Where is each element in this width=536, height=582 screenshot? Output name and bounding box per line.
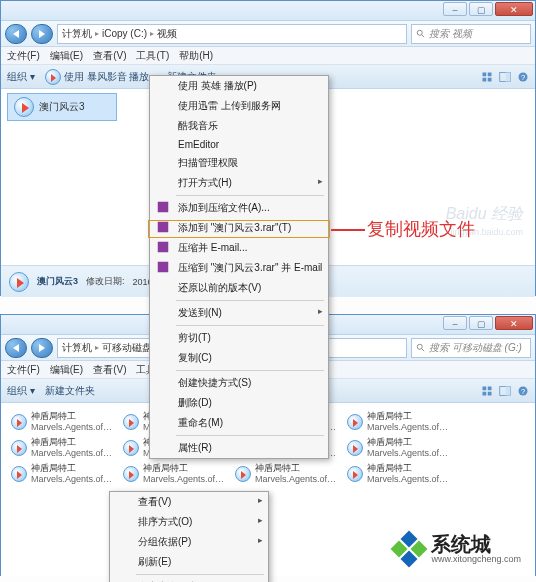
svg-rect-16 xyxy=(483,386,487,390)
minimize-button[interactable]: – xyxy=(443,2,467,16)
breadcrumb[interactable]: 计算机▸ iCopy (C:)▸ 视频 xyxy=(57,24,407,44)
crumb[interactable]: iCopy (C:) xyxy=(102,25,147,43)
search-input[interactable]: 搜索 可移动磁盘 (G:) xyxy=(411,338,531,358)
ctx-sendto[interactable]: 发送到(N) xyxy=(150,303,328,323)
menu-view[interactable]: 查看(V) xyxy=(93,363,126,377)
forward-button[interactable] xyxy=(31,24,53,44)
separator xyxy=(176,300,324,301)
separator xyxy=(176,435,324,436)
ctx-custom[interactable]: 自定义文件夹(F)... xyxy=(110,577,268,582)
rar-icon xyxy=(156,240,170,254)
organize-button[interactable]: 组织 ▾ xyxy=(7,384,35,398)
ctx-cut[interactable]: 剪切(T) xyxy=(150,328,328,348)
file-item[interactable]: 神盾局特工Marvels.Agents.of.S.H.I.E.L.D.S... xyxy=(11,411,113,433)
help-icon[interactable]: ? xyxy=(517,385,529,397)
file-item[interactable]: 神盾局特工Marvels.Agents.of.S.H.I.E.L.D.S... xyxy=(11,463,113,485)
crumb[interactable]: 计算机 xyxy=(62,25,92,43)
ctx-openwith[interactable]: 打开方式(H) xyxy=(150,173,328,193)
video-file-icon xyxy=(11,440,27,456)
details-name: 澳门风云3 xyxy=(37,275,78,288)
menu-edit[interactable]: 编辑(E) xyxy=(50,49,83,63)
video-file-icon xyxy=(347,466,363,482)
menu-help[interactable]: 帮助(H) xyxy=(179,49,213,63)
ctx-delete[interactable]: 删除(D) xyxy=(150,393,328,413)
view-icon[interactable] xyxy=(481,385,493,397)
maximize-button[interactable]: ▢ xyxy=(469,316,493,330)
file-title: 神盾局特工 xyxy=(255,463,337,474)
ctx-sort[interactable]: 排序方式(O) xyxy=(110,512,268,532)
ctx-play[interactable]: 使用 英雄 播放(P) xyxy=(150,76,328,96)
menu-file[interactable]: 文件(F) xyxy=(7,49,40,63)
organize-button[interactable]: 组织 ▾ xyxy=(7,70,35,84)
minimize-button[interactable]: – xyxy=(443,316,467,330)
svg-text:?: ? xyxy=(521,387,525,396)
svg-point-14 xyxy=(417,344,422,349)
back-button[interactable] xyxy=(5,338,27,358)
ctx-addarc[interactable]: 添加到压缩文件(A)... xyxy=(150,198,328,218)
close-button[interactable]: ✕ xyxy=(495,316,533,330)
context-menu-blank: 查看(V) 排序方式(O) 分组依据(P) 刷新(E) 自定义文件夹(F)...… xyxy=(109,491,269,582)
ctx-view[interactable]: 查看(V) xyxy=(110,492,268,512)
file-item[interactable]: 神盾局特工Marvels.Agents.of.S.H.I.E.L.D.S... xyxy=(347,437,449,459)
ctx-props[interactable]: 属性(R) xyxy=(150,438,328,458)
menu-file[interactable]: 文件(F) xyxy=(7,363,40,377)
titlebar[interactable]: – ▢ ✕ xyxy=(1,1,535,21)
forward-button[interactable] xyxy=(31,338,53,358)
file-selected[interactable]: 澳门风云3 xyxy=(7,93,117,121)
file-title: 神盾局特工 xyxy=(31,463,113,474)
ctx-email[interactable]: 压缩并 E-mail... xyxy=(150,238,328,258)
play-icon xyxy=(45,69,61,85)
video-file-icon xyxy=(11,466,27,482)
ctx-upload[interactable]: 使用迅雷 上传到服务网 xyxy=(150,96,328,116)
ctx-rarperm[interactable]: 扫描管理权限 xyxy=(150,153,328,173)
ctx-kuwo[interactable]: 酷我音乐 xyxy=(150,116,328,136)
svg-rect-2 xyxy=(483,72,487,76)
rar-icon xyxy=(156,200,170,214)
video-file-icon xyxy=(347,414,363,430)
ctx-shortcut[interactable]: 创建快捷方式(S) xyxy=(150,373,328,393)
file-item[interactable]: 神盾局特工Marvels.Agents.of.S.H.I.E.L.D.S... xyxy=(235,463,337,485)
ctx-restore[interactable]: 还原以前的版本(V) xyxy=(150,278,328,298)
callout-copy: 复制视频文件 xyxy=(367,217,475,241)
close-button[interactable]: ✕ xyxy=(495,2,533,16)
file-item[interactable]: 神盾局特工Marvels.Agents.of.S.H.I.E.L.D.S... xyxy=(347,411,449,433)
ctx-group[interactable]: 分组依据(P) xyxy=(110,532,268,552)
openwith-button[interactable]: 使用 暴风影音 播放 ▾ xyxy=(45,69,157,85)
ctx-copy[interactable]: 复制(C) xyxy=(150,348,328,368)
video-file-icon xyxy=(14,97,34,117)
file-item[interactable]: 神盾局特工Marvels.Agents.of.S.H.I.E.L.D.S... xyxy=(11,437,113,459)
ctx-emeditor[interactable]: EmEditor xyxy=(150,136,328,153)
svg-rect-11 xyxy=(158,222,169,233)
rar-icon xyxy=(156,220,170,234)
view-icon[interactable] xyxy=(481,71,493,83)
separator xyxy=(176,370,324,371)
ctx-raremail[interactable]: 压缩到 "澳门风云3.rar" 并 E-mail xyxy=(150,258,328,278)
preview-icon[interactable] xyxy=(499,385,511,397)
back-button[interactable] xyxy=(5,24,27,44)
file-item[interactable]: 神盾局特工Marvels.Agents.of.S.H.I.E.L.D.S... xyxy=(123,463,225,485)
maximize-button[interactable]: ▢ xyxy=(469,2,493,16)
file-pane[interactable]: 澳门风云3 Baidu 经验 jingyan.baidu.com 使用 英雄 播… xyxy=(1,89,535,265)
video-file-icon xyxy=(123,414,139,430)
ctx-refresh[interactable]: 刷新(E) xyxy=(110,552,268,572)
newfolder-button[interactable]: 新建文件夹 xyxy=(45,384,95,398)
menu-tools[interactable]: 工具(T) xyxy=(136,49,169,63)
search-icon xyxy=(416,343,426,353)
site-logo: 系统城 www.xitongcheng.com xyxy=(387,529,527,569)
svg-rect-19 xyxy=(488,391,492,395)
help-icon[interactable]: ? xyxy=(517,71,529,83)
search-input[interactable]: 搜索 视频 xyxy=(411,24,531,44)
preview-icon[interactable] xyxy=(499,71,511,83)
menu-view[interactable]: 查看(V) xyxy=(93,49,126,63)
video-file-icon xyxy=(9,272,29,292)
file-sub: Marvels.Agents.of.S.H.I.E.L.D.S... xyxy=(367,448,449,459)
crumb[interactable]: 视频 xyxy=(157,25,177,43)
file-sub: Marvels.Agents.of.S.H.I.E.L.D.S... xyxy=(367,474,449,485)
menu-edit[interactable]: 编辑(E) xyxy=(50,363,83,377)
file-item[interactable]: 神盾局特工Marvels.Agents.of.S.H.I.E.L.D.S... xyxy=(347,463,449,485)
crumb[interactable]: 计算机 xyxy=(62,339,92,357)
file-label: 澳门风云3 xyxy=(39,100,85,114)
ctx-rename[interactable]: 重命名(M) xyxy=(150,413,328,433)
video-file-icon xyxy=(123,440,139,456)
ctx-addrar[interactable]: 添加到 "澳门风云3.rar"(T) xyxy=(150,218,328,238)
